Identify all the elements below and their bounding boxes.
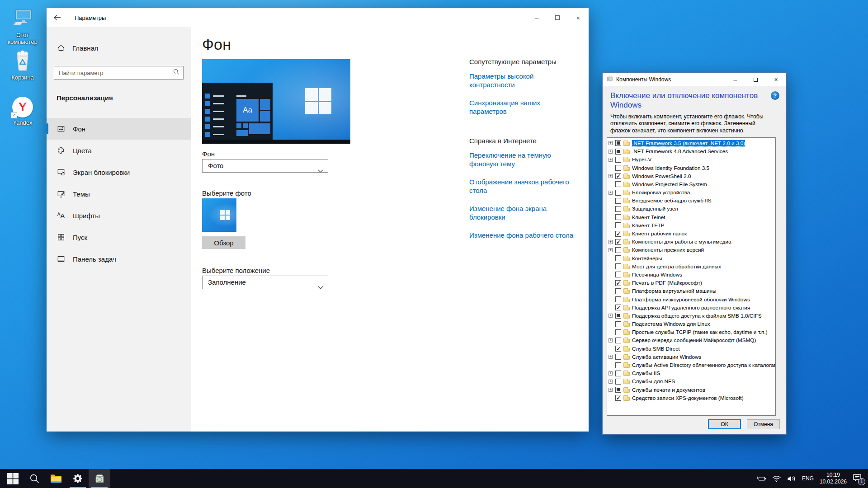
expand-toggle-icon[interactable] (609, 141, 613, 145)
feature-row[interactable]: Службы IIS (607, 369, 775, 377)
expand-toggle-icon[interactable] (609, 248, 613, 252)
feature-row[interactable]: Клиент Telnet (607, 213, 775, 221)
feature-row[interactable]: Платформа низкоуровневой оболочки Window… (607, 295, 775, 303)
feature-row[interactable]: Windows Identity Foundation 3.5 (607, 164, 775, 172)
feature-checkbox[interactable] (615, 140, 621, 146)
related-link[interactable]: Параметры высокой контрастности (469, 72, 578, 89)
language-indicator[interactable]: ENG (802, 475, 814, 482)
feature-checkbox[interactable] (615, 181, 621, 187)
battery-icon[interactable] (756, 475, 766, 482)
expand-toggle-icon[interactable] (609, 371, 613, 375)
expand-toggle-icon[interactable] (609, 355, 613, 359)
feature-checkbox[interactable] (615, 149, 621, 155)
feature-checkbox[interactable] (615, 157, 621, 163)
feature-row[interactable]: .NET Framework 4.8 Advanced Services (607, 147, 775, 155)
feature-checkbox[interactable] (615, 263, 621, 269)
expand-toggle-icon[interactable] (609, 314, 613, 318)
fit-dropdown[interactable]: Заполнение (202, 276, 328, 289)
related-link[interactable]: Переключение на темную фоновую тему (469, 151, 578, 168)
feature-checkbox[interactable] (615, 379, 621, 385)
feature-row[interactable]: Клиент рабочих папок (607, 230, 775, 238)
feature-row[interactable]: Служба SMB Direct (607, 345, 775, 353)
sidebar-item-themes[interactable]: Темы (47, 183, 191, 205)
windows-features-taskbar-button[interactable] (89, 469, 110, 488)
sidebar-item-home[interactable]: Главная (47, 40, 191, 56)
sidebar-item-start[interactable]: Пуск (47, 226, 191, 248)
expand-toggle-icon[interactable] (609, 380, 613, 384)
clock[interactable]: 10:19 10.02.2026 (820, 472, 847, 485)
feature-row[interactable]: Службы печати и документов (607, 386, 775, 394)
cancel-button[interactable]: Отмена (747, 419, 780, 429)
background-type-dropdown[interactable]: Фото (202, 159, 328, 173)
close-button[interactable]: × (766, 73, 786, 86)
feature-row[interactable]: Печать в PDF (Майкрософт) (607, 279, 775, 287)
desktop-icon-yandex[interactable]: Y↗Yandex (2, 94, 43, 126)
expand-toggle-icon[interactable] (609, 388, 613, 392)
feature-row[interactable]: Блокировка устройства (607, 188, 775, 197)
feature-checkbox[interactable] (615, 231, 621, 237)
feature-checkbox[interactable] (615, 321, 621, 327)
feature-row[interactable]: Средство записи XPS-документов (Microsof… (607, 394, 775, 402)
feature-row[interactable]: Мост для центра обработки данных (607, 263, 775, 271)
feature-row[interactable]: Компоненты прежних версий (607, 246, 775, 254)
feature-row[interactable]: Поддержка общего доступа к файлам SMB 1.… (607, 312, 775, 320)
sidebar-item-lock-screen[interactable]: Экран блокировки (47, 161, 191, 183)
feature-checkbox[interactable] (615, 346, 621, 352)
feature-row[interactable]: Подсистема Windows для Linux (607, 320, 775, 328)
feature-checkbox[interactable] (615, 255, 621, 261)
browse-button[interactable]: Обзор (202, 236, 245, 249)
volume-icon[interactable] (787, 475, 796, 482)
feature-checkbox[interactable] (615, 272, 621, 277)
feature-row[interactable]: Клиент TFTP (607, 221, 775, 230)
feature-checkbox[interactable] (615, 190, 621, 196)
feature-checkbox[interactable] (615, 329, 621, 335)
feature-checkbox[interactable] (615, 313, 621, 319)
feature-row[interactable]: Hyper-V (607, 155, 775, 164)
close-button[interactable]: × (568, 8, 589, 27)
expand-toggle-icon[interactable] (609, 150, 613, 154)
expand-toggle-icon[interactable] (609, 240, 613, 244)
taskbar-search-button[interactable] (24, 469, 45, 488)
maximize-button[interactable] (547, 8, 568, 27)
feature-row[interactable]: Службы Active Directory облегченного дос… (607, 361, 775, 369)
feature-checkbox[interactable] (615, 354, 621, 360)
related-link[interactable]: Синхронизация ваших параметров (469, 99, 578, 116)
feature-row[interactable]: Windows Projected File System (607, 180, 775, 188)
minimize-button[interactable]: – (526, 8, 547, 27)
related-link[interactable]: Изменение фона экрана блокировки (469, 204, 578, 221)
feature-row[interactable]: Службы для NFS (607, 377, 775, 385)
settings-taskbar-button[interactable] (67, 469, 89, 488)
sidebar-item-colors[interactable]: Цвета (47, 140, 191, 161)
sidebar-item-fonts[interactable]: AAШрифты (47, 205, 191, 226)
expand-toggle-icon[interactable] (609, 191, 613, 195)
feature-row[interactable]: Windows PowerShell 2.0 (607, 172, 775, 180)
feature-row[interactable]: Внедряемое веб-ядро служб IIS (607, 197, 775, 205)
related-link[interactable]: Отображение значков рабочего стола (469, 178, 578, 195)
search-input[interactable] (54, 70, 170, 76)
photo-thumbnail[interactable] (202, 198, 236, 232)
feature-row[interactable]: Контейнеры (607, 254, 775, 263)
feature-checkbox[interactable] (615, 338, 621, 343)
sidebar-item-taskbar[interactable]: Панель задач (47, 248, 191, 270)
feature-row[interactable]: Компоненты для работы с мультимедиа (607, 238, 775, 246)
ok-button[interactable]: ОК (708, 419, 741, 429)
settings-search-box[interactable] (54, 66, 184, 80)
feature-row[interactable]: Платформа виртуальной машины (607, 287, 775, 295)
feature-checkbox[interactable] (615, 371, 621, 376)
related-link[interactable]: Изменение фона рабочего стола (469, 231, 578, 239)
action-center-button[interactable]: 1 (853, 474, 862, 483)
feature-checkbox[interactable] (615, 395, 621, 401)
feature-checkbox[interactable] (615, 165, 621, 171)
feature-checkbox[interactable] (615, 206, 621, 212)
desktop-icon-computer[interactable]: Этот компьютер (2, 6, 43, 45)
feature-row[interactable]: .NET Framework 3.5 (включает .NET 2.0 и … (607, 139, 775, 147)
feature-checkbox[interactable] (615, 387, 621, 393)
feature-row[interactable]: Простые службы TCPIP (такие как echo, da… (607, 328, 775, 336)
feature-checkbox[interactable] (615, 173, 621, 179)
feature-checkbox[interactable] (615, 198, 621, 204)
maximize-button[interactable] (745, 73, 766, 86)
feature-row[interactable]: Служба активации Windows (607, 353, 775, 361)
feature-checkbox[interactable] (615, 214, 621, 220)
feature-row[interactable]: Сервер очереди сообщений Майкрософт (MSM… (607, 336, 775, 344)
wifi-icon[interactable] (772, 475, 781, 482)
